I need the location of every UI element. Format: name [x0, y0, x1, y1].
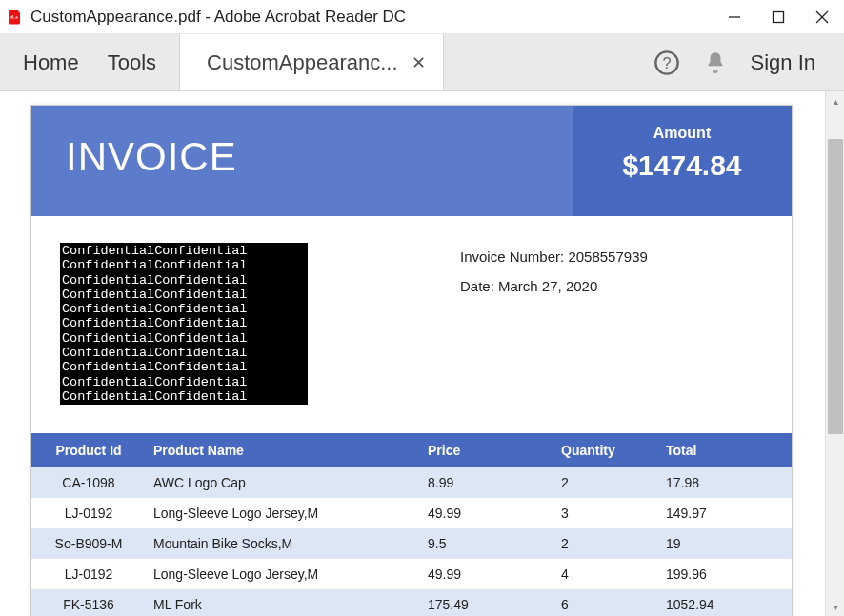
invoice-amount-box: Amount $1474.84 — [573, 106, 792, 216]
cell-name: Long-Sleeve Logo Jersey,M — [146, 559, 420, 589]
invoice-meta: Invoice Number: 2058557939 Date: March 2… — [308, 243, 763, 405]
svg-text:?: ? — [662, 53, 671, 70]
cell-price: 49.99 — [420, 559, 553, 589]
cell-name: Mountain Bike Socks,M — [146, 528, 420, 559]
scroll-thumb[interactable] — [828, 139, 843, 434]
cell-price: 8.99 — [420, 467, 553, 498]
header-product-name: Product Name — [146, 433, 420, 467]
cell-id: So-B909-M — [31, 528, 146, 559]
table-row: FK-5136ML Fork175.4961052.94 — [31, 589, 792, 616]
cell-price: 49.99 — [420, 498, 553, 528]
tools-tab[interactable]: Tools — [102, 34, 179, 90]
maximize-button[interactable] — [756, 0, 800, 34]
home-label: Home — [23, 50, 79, 75]
svg-rect-1 — [774, 11, 784, 22]
cell-id: FK-5136 — [31, 589, 146, 616]
toolbar: Home Tools CustomAppearanc... ✕ ? Sign I… — [0, 34, 844, 91]
items-table: Product Id Product Name Price Quantity T… — [31, 433, 792, 616]
table-row: CA-1098AWC Logo Cap8.99217.98 — [31, 467, 792, 498]
invoice-header: INVOICE Amount $1474.84 — [31, 106, 792, 216]
invoice-date-row: Date: March 27, 2020 — [460, 278, 763, 294]
document-tab-label: CustomAppearanc... — [207, 50, 398, 75]
cell-name: ML Fork — [146, 589, 420, 616]
header-quantity: Quantity — [553, 433, 658, 467]
table-row: LJ-0192Long-Sleeve Logo Jersey,M49.99314… — [31, 498, 792, 528]
table-row: LJ-0192Long-Sleeve Logo Jersey,M49.99419… — [31, 559, 792, 589]
table-row: So-B909-MMountain Bike Socks,M9.5219 — [31, 528, 792, 559]
redaction-box: ConfidentialConfidentialConfidentialConf… — [60, 243, 308, 405]
header-total: Total — [658, 433, 792, 467]
cell-total: 149.97 — [658, 498, 792, 528]
toolbar-right: ? Sign In — [653, 34, 845, 90]
cell-id: LJ-0192 — [31, 498, 146, 528]
amount-label: Amount — [573, 125, 792, 142]
acrobat-icon — [6, 9, 23, 26]
scroll-up-icon[interactable]: ▴ — [826, 91, 844, 110]
cell-total: 17.98 — [658, 467, 792, 498]
cell-total: 19 — [658, 528, 792, 559]
close-tab-icon[interactable]: ✕ — [412, 54, 426, 71]
bell-icon[interactable] — [703, 50, 728, 75]
cell-qty: 3 — [553, 498, 658, 528]
table-header-row: Product Id Product Name Price Quantity T… — [31, 433, 792, 467]
amount-value: $1474.84 — [573, 149, 792, 182]
titlebar: CustomAppearance.pdf - Adobe Acrobat Rea… — [0, 0, 844, 34]
document-tab[interactable]: CustomAppearanc... ✕ — [179, 34, 444, 90]
cell-qty: 4 — [553, 559, 658, 589]
help-icon[interactable]: ? — [653, 50, 680, 76]
pdf-page: INVOICE Amount $1474.84 ConfidentialConf… — [30, 105, 793, 616]
invoice-number-label: Invoice Number: — [460, 248, 568, 265]
close-button[interactable] — [800, 0, 844, 34]
cell-name: Long-Sleeve Logo Jersey,M — [146, 498, 420, 528]
cell-id: CA-1098 — [31, 467, 146, 498]
cell-name: AWC Logo Cap — [146, 467, 420, 498]
invoice-mid: ConfidentialConfidentialConfidentialConf… — [31, 216, 792, 433]
cell-id: LJ-0192 — [31, 559, 146, 589]
invoice-number-row: Invoice Number: 2058557939 — [460, 248, 763, 265]
tools-label: Tools — [108, 50, 156, 75]
cell-qty: 2 — [553, 528, 658, 559]
cell-price: 9.5 — [420, 528, 553, 559]
invoice-title: INVOICE — [31, 106, 573, 216]
cell-total: 1052.94 — [658, 589, 792, 616]
minimize-button[interactable] — [713, 0, 756, 34]
vertical-scrollbar[interactable]: ▴ ▾ — [825, 91, 844, 616]
home-tab[interactable]: Home — [0, 34, 102, 90]
header-product-id: Product Id — [31, 433, 146, 467]
invoice-date-label: Date: — [460, 278, 498, 294]
cell-price: 175.49 — [420, 589, 553, 616]
header-price: Price — [420, 433, 553, 467]
document-viewport: INVOICE Amount $1474.84 ConfidentialConf… — [0, 91, 844, 616]
scroll-down-icon[interactable]: ▾ — [826, 597, 844, 616]
invoice-date-value: March 27, 2020 — [498, 278, 597, 294]
cell-qty: 6 — [553, 589, 658, 616]
cell-total: 199.96 — [658, 559, 792, 589]
sign-in-button[interactable]: Sign In — [751, 50, 816, 75]
cell-qty: 2 — [553, 467, 658, 498]
invoice-number-value: 2058557939 — [568, 248, 647, 265]
window-title: CustomAppearance.pdf - Adobe Acrobat Rea… — [30, 8, 713, 27]
window-controls — [713, 0, 844, 34]
